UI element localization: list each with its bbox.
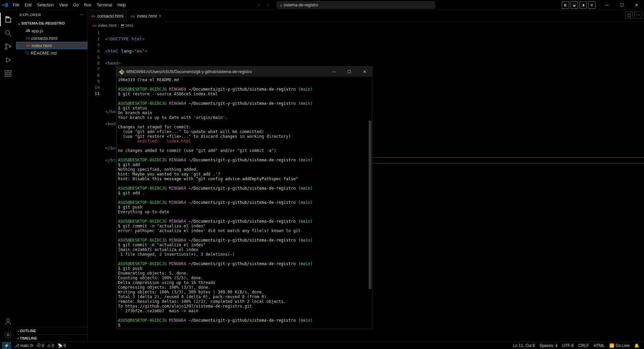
prompt: ASUS@DESKTOP-8GIDCJG	[118, 87, 167, 92]
toggle-primary-sidebar-icon[interactable]: ◧	[562, 1, 569, 9]
cursor-position[interactable]: Ln 11, Col 8	[513, 343, 535, 348]
branch-status[interactable]: ⎇ main ⟳	[14, 343, 33, 348]
toggle-secondary-sidebar-icon[interactable]: ◨	[579, 1, 587, 9]
terminal-window[interactable]: MINGW64:/c/Users/ASUS/Documents/git-y-gi…	[116, 66, 372, 329]
prompt: (main)	[298, 219, 313, 224]
accounts-icon[interactable]	[0, 315, 16, 328]
settings-icon[interactable]	[0, 328, 16, 342]
terminal-cursor-line[interactable]: $	[118, 323, 371, 327]
terminal-line: $ git commit -n "actualiza el index"	[118, 224, 371, 228]
split-editor-icon[interactable]: ◫	[625, 11, 633, 19]
prompt: ASUS@DESKTOP-8GIDCJG	[118, 318, 167, 323]
customize-layout-icon[interactable]: ⊞	[588, 1, 595, 9]
golive-label: Go Live	[616, 343, 630, 348]
terminal-line: $ git restore --source 4586ce5 index.htm…	[118, 92, 371, 96]
file-contacto-html[interactable]: <> contacto.html	[16, 34, 87, 42]
terminal-body[interactable]: 106e319 Crea el README.md ASUS@DESKTOP-8…	[117, 77, 372, 329]
file-app-js[interactable]: JS app.js	[16, 27, 87, 34]
menu-selection[interactable]: Selection	[34, 0, 56, 10]
remote-indicator[interactable]: ⚡	[2, 342, 11, 349]
problems-status[interactable]: ⓧ0 ⚠0	[37, 343, 54, 348]
html-icon: <>	[26, 36, 30, 40]
extensions-icon[interactable]	[0, 67, 16, 80]
prompt: ASUS@DESKTOP-8GIDCJG	[118, 186, 167, 191]
command-center-search[interactable]: ⌕ sistema-de-registro	[277, 1, 435, 9]
run-debug-icon[interactable]	[0, 53, 16, 67]
terminal-line: $ git push	[118, 266, 371, 271]
prompt: ASUS@DESKTOP-8GIDCJG	[118, 261, 167, 266]
terminal-minimize-button[interactable]: —	[327, 67, 342, 77]
nav-back-icon[interactable]: ←	[255, 1, 263, 9]
tabs: <> contacto.html <> index.html × ◫ ⋯	[88, 10, 644, 22]
file-readme-md[interactable]: ⓘ README.md	[16, 49, 87, 57]
svg-point-2	[5, 44, 7, 45]
toggle-panel-icon[interactable]: ⬓	[571, 1, 578, 9]
prompt: ~/Documents/git-y-github/sistema-de-regi…	[189, 261, 296, 266]
notifications-icon[interactable]: 🔔	[634, 343, 639, 348]
tab-contacto[interactable]: <> contacto.html	[88, 10, 127, 22]
menu-edit[interactable]: Edit	[22, 0, 34, 10]
prompt: ~/Documents/git-y-github/sistema-de-regi…	[189, 200, 296, 205]
prompt: MINGW64	[169, 87, 186, 92]
prompt: ~/Documents/git-y-github/sistema-de-regi…	[189, 238, 296, 243]
tab-index[interactable]: <> index.html ×	[127, 10, 165, 22]
go-live-button[interactable]: 📶 Go Live	[609, 343, 630, 348]
prompt: MINGW64	[169, 186, 186, 191]
menu-file[interactable]: File	[10, 0, 22, 10]
eol-status[interactable]: CRLF	[578, 343, 589, 348]
error-icon: ⓧ	[37, 343, 41, 348]
project-header[interactable]: ⌄ SISTEMA-DE-REGISTRO	[16, 20, 87, 27]
nav-forward-icon[interactable]: →	[264, 1, 271, 9]
language-status[interactable]: HTML	[594, 343, 605, 348]
close-icon[interactable]: ×	[159, 13, 161, 19]
encoding-status[interactable]: UTF-8	[562, 343, 574, 348]
terminal-line: modified: index.html	[118, 139, 371, 144]
outline-section[interactable]: › OUTLINE	[16, 327, 87, 334]
window-close-button[interactable]: ✕	[629, 0, 644, 10]
sidebar-title: EXPLORER ⋯	[16, 10, 87, 20]
window-minimize-button[interactable]: —	[600, 0, 614, 10]
svg-rect-7	[5, 74, 7, 76]
prompt: MINGW64	[169, 219, 186, 224]
terminal-line: (use "git restore <file>..." to discard …	[118, 134, 371, 139]
terminal-titlebar[interactable]: MINGW64:/c/Users/ASUS/Documents/git-y-gi…	[117, 67, 372, 77]
terminal-scrollbar[interactable]	[369, 121, 371, 289]
terminal-line: Your branch is up to date with 'origin/m…	[118, 115, 371, 120]
terminal-close-button[interactable]: ✕	[357, 67, 372, 77]
indentation-status[interactable]: Spaces: 4	[540, 343, 557, 348]
timeline-section[interactable]: › TIMELINE	[16, 334, 87, 342]
menu-view[interactable]: View	[56, 0, 70, 10]
more-actions-icon[interactable]: ⋯	[635, 11, 642, 19]
svg-point-0	[5, 30, 9, 34]
js-icon: JS	[26, 29, 30, 33]
window-maximize-button[interactable]: ☐	[614, 0, 629, 10]
prompt: MINGW64	[169, 158, 186, 162]
terminal-line: Nothing specified, nothing added.	[118, 167, 371, 172]
svg-rect-8	[9, 74, 11, 76]
menu-run[interactable]: Run	[81, 0, 94, 10]
gutter: 1234567891011	[88, 29, 105, 342]
svg-point-9	[7, 319, 9, 321]
prompt: ~/Documents/git-y-github/sistema-de-regi…	[189, 101, 296, 106]
menu-terminal[interactable]: Terminal	[94, 0, 115, 10]
terminal-maximize-button[interactable]: ☐	[342, 67, 357, 77]
more-icon[interactable]: ⋯	[80, 13, 84, 17]
terminal-line: 1 file changed, 2 insertions(+), 3 delet…	[118, 252, 371, 257]
prompt: ~/Documents/git-y-github/sistema-de-regi…	[189, 158, 296, 162]
menu-go[interactable]: Go	[70, 0, 81, 10]
prompt: ~/Documents/git-y-github/sistema-de-regi…	[189, 318, 296, 323]
file-label: README.md	[31, 51, 57, 56]
file-index-html[interactable]: <> index.html	[16, 42, 87, 49]
source-control-icon[interactable]	[0, 40, 16, 53]
explorer-icon[interactable]	[0, 13, 16, 26]
prompt: ASUS@DESKTOP-8GIDCJG	[118, 219, 167, 224]
breadcrumb[interactable]: <> index.html › ⬒ html	[88, 22, 644, 29]
search-activity-icon[interactable]	[0, 26, 16, 40]
file-label: app.js	[31, 28, 43, 33]
code-token: html	[108, 49, 118, 54]
prompt: MINGW64	[169, 200, 186, 205]
ports-status[interactable]: 📡0	[58, 343, 66, 348]
terminal-line: error: pathspec 'actualiza el index' did…	[118, 228, 371, 233]
menu-help[interactable]: Help	[115, 0, 129, 10]
html-icon: <>	[130, 14, 135, 18]
